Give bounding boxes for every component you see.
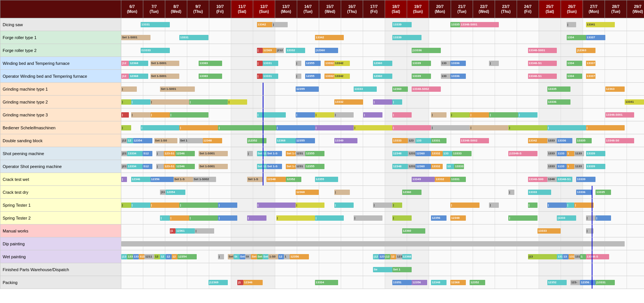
date-col-18: 24/7(Fri) <box>517 0 539 18</box>
cell-13-7 <box>275 186 297 198</box>
bar-18-5.8: St <box>233 254 239 259</box>
cell-12-23 <box>627 173 644 185</box>
bar-6-13: | <box>373 99 392 105</box>
bar-12-8.5: 12352 <box>286 177 301 182</box>
cell-13-3 <box>187 186 209 198</box>
row-label-18: Wet painting <box>0 250 121 263</box>
bar-14-11: | <box>334 203 354 208</box>
bar-18-8.7: 12356 <box>290 254 309 259</box>
cell-2-22 <box>605 44 627 57</box>
bar-7-18: | <box>470 112 489 118</box>
cell-12-10 <box>341 173 363 185</box>
bar-8-5: | <box>218 125 276 130</box>
bar-14-5: | <box>218 203 237 208</box>
cell-13-0 <box>121 186 143 198</box>
bar-5-25: 12363 <box>605 86 625 92</box>
bar-18-2.9: 12354 <box>177 254 197 259</box>
cell-13-11 <box>363 186 385 198</box>
bar-11-4: Set 1-S001 <box>199 164 228 169</box>
cell-16-20 <box>561 225 583 237</box>
cell-0-3 <box>187 18 209 31</box>
bar-11-0.3: 13334 <box>127 164 143 169</box>
bar-18-0.3: 1333 <box>127 254 133 259</box>
bar-19-14: Set 1 <box>392 267 412 272</box>
row-label-11: Operator Shot peening machine <box>0 160 121 173</box>
bar-20-6: |1 <box>237 280 243 285</box>
cell-12-17 <box>495 173 517 185</box>
bar-18-13.9: 12 <box>390 254 396 259</box>
cell-9-11 <box>363 134 385 147</box>
bar-6-5.5: | <box>228 99 247 105</box>
bar-8-20: | <box>508 125 547 130</box>
date-col-21: 27/7(Mon) <box>583 0 605 18</box>
bar-18-24: 13348-S <box>586 254 609 259</box>
bar-10-23: 1 <box>567 151 574 156</box>
bar-13-9: 12368 <box>296 190 319 195</box>
bar-9-9: 12355 <box>296 138 315 143</box>
cell-2-4 <box>209 44 231 57</box>
bar-2-7: | <box>257 48 263 53</box>
bar-2-7.3: 12369 <box>263 48 276 53</box>
cell-3-5 <box>231 57 253 69</box>
cell-19-19 <box>539 263 561 276</box>
gantt-row-20: |12369|112346133341335112356123481236812… <box>121 276 644 289</box>
bar-7-10: | <box>315 112 334 118</box>
date-col-17: 23/7(Thu) <box>495 0 517 18</box>
gantt-row-1: Set 1-S001133311334213339133413337 <box>121 31 644 44</box>
bar-14-7: | <box>257 203 296 208</box>
bar-20-10: 13334 <box>315 280 338 285</box>
chart-area[interactable]: 6/7(Mon)7/7(Tue)8/7(Wed)9/7(Thu)10/7(Fri… <box>121 0 644 289</box>
bar-11-16.8: 13 <box>447 164 454 169</box>
cell-17-23 <box>627 237 644 250</box>
bar-18-7.6: 1-S0 <box>268 254 278 259</box>
bar-3-7.3: 13331 <box>263 61 278 66</box>
row-label-5: Grinding machine type 1 <box>0 83 121 96</box>
cell-2-23 <box>627 44 644 57</box>
cell-8-23 <box>627 121 644 134</box>
bar-11-2.8: 12346 <box>175 164 195 169</box>
bar-6-11: 13332 <box>334 99 364 105</box>
bar-5-2: Set 1-S001 <box>160 86 195 92</box>
cell-20-23 <box>627 276 644 289</box>
bar-13-2.3: 12354 <box>166 190 185 195</box>
bar-19-13: Se <box>373 267 392 272</box>
cell-2-3 <box>187 44 209 57</box>
bar-11-2.2: 123-S1 <box>164 164 175 169</box>
bar-12-22.5: 13348-S1 <box>557 177 572 182</box>
cell-20-0 <box>121 276 143 289</box>
date-col-16: 22/7(Wed) <box>473 0 495 18</box>
bar-20-23.7: 12356 <box>580 280 595 285</box>
bar-1-10: 13342 <box>315 35 344 40</box>
bar-9-17.5: 13348-S002 <box>460 138 489 143</box>
date-col-20: 26/7(Sun) <box>561 0 583 18</box>
row-label-4: Operator Winding bed and Tempering furna… <box>0 70 121 83</box>
row-label-13: Crack test dry <box>0 186 121 199</box>
bar-18-5: | <box>218 254 224 259</box>
bar-11-9.5: 12355 <box>305 164 324 169</box>
cell-5-7 <box>275 83 297 95</box>
bar-18-21: |13 <box>528 254 557 259</box>
vline-10 <box>263 147 263 160</box>
date-col-7: 13/7(Mon) <box>275 0 297 18</box>
date-col-8: 14/7(Tue) <box>297 0 319 18</box>
bar-10-2.8: 12346 <box>175 151 195 156</box>
gantt-row-16: |112361|1236013333| <box>121 225 644 237</box>
gantt-row-5: |Set 1-S00112355133331236013348-S0021333… <box>121 83 644 96</box>
bar-18-2.3: 12 <box>166 254 171 259</box>
bar-3-15: 13339 <box>412 61 431 66</box>
bar-9-14: 13333 <box>392 138 408 143</box>
cell-5-23 <box>627 83 644 95</box>
cell-0-9 <box>319 18 341 31</box>
bar-20-16: 12348 <box>431 280 447 285</box>
bar-11-24: 13339 <box>586 164 605 169</box>
cell-11-22 <box>605 160 627 173</box>
date-col-1: 7/7(Tue) <box>143 0 165 18</box>
bar-4-23: 1334 <box>567 74 582 79</box>
bar-6-3.5: | <box>189 99 228 105</box>
cell-20-1 <box>143 276 165 289</box>
cell-16-8 <box>297 225 319 237</box>
cell-1-23 <box>627 31 644 44</box>
bar-9-25: 13348-S0 <box>605 138 635 143</box>
bar-7-17: | <box>450 112 470 118</box>
bar-6-1.5: | <box>150 99 189 105</box>
